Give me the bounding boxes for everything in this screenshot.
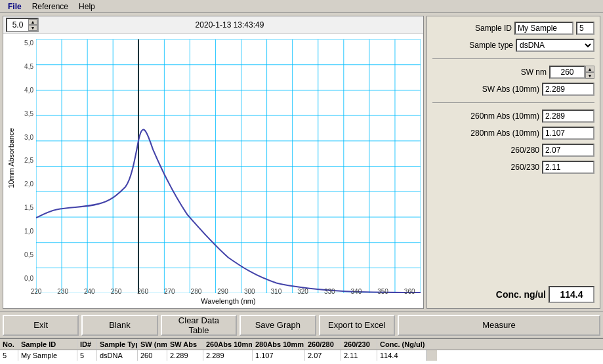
x-tick-260: 260 [137,288,148,295]
y-tick-15: 1,5 [18,204,33,211]
menu-help[interactable]: Help [73,2,100,11]
sw-nm-up[interactable]: ▲ [585,66,594,72]
y-tick-35: 3,5 [18,110,33,117]
sample-type-row: Sample type dsDNA ssDNA RNA [432,39,594,52]
cell-abs280-1: 1.107 [253,350,305,361]
table-row-1: 5 My Sample 5 dsDNA 260 2.289 2.289 1.10… [0,350,603,361]
scroll-spacer [426,339,437,350]
spinbox[interactable]: ▲ ▼ [6,18,39,32]
sw-nm-down[interactable]: ▼ [585,72,594,79]
x-axis-label: Wavelength (nm) [201,297,255,305]
sample-type-select[interactable]: dsDNA ssDNA RNA [516,39,594,52]
export-excel-button[interactable]: Export to Excel [319,315,395,336]
sample-id-input[interactable] [514,22,573,35]
right-panel: Sample ID Sample type dsDNA ssDNA RNA SW… [426,16,600,309]
spinbox-input[interactable] [7,20,28,30]
cell-id-1: 5 [77,350,97,361]
menu-bar: File Reference Help [0,0,603,13]
abs260-input[interactable] [542,110,594,123]
abs260-label: 260nm Abs (10mm) [470,111,539,121]
x-tick-340: 340 [351,288,362,295]
y-tick-10: 1,0 [18,228,33,235]
sample-type-label: Sample type [447,41,513,50]
col-header-no: No. [0,339,18,350]
ratio260230-label: 260/230 [474,163,539,172]
table-area: No. Sample ID ID# Sample Type SW (nm) SW… [0,338,603,364]
sw-nm-row: SW nm ▲ ▼ [432,66,594,79]
x-tick-220: 220 [31,288,42,295]
graph-header: ▲ ▼ 2020-1-13 13:43:49 [3,16,423,34]
menu-file[interactable]: File [3,2,27,11]
button-bar: Exit Blank Clear Data Table Save Graph E… [0,312,603,338]
exit-button[interactable]: Exit [3,315,79,336]
x-tick-320: 320 [297,288,308,295]
col-header-260230: 260/230 [341,339,377,350]
col-header-260280: 260/280 [305,339,341,350]
cell-sw-abs-1: 2.289 [167,350,203,361]
blank-button[interactable]: Blank [81,315,157,336]
col-header-conc: Conc. (Ng/ul) [377,339,426,350]
abs280-row: 280nm Abs (10mm) [432,127,594,140]
sw-nm-label: SW nm [481,68,547,77]
col-header-sample-id: Sample ID [18,339,77,350]
graph-area: 10mm Absorbance 5,0 4,5 4,0 3,5 3,0 2,5 … [3,34,423,308]
spinbox-up-arrow[interactable]: ▲ [28,19,37,25]
sample-id-num-input[interactable] [576,22,594,35]
y-axis-label: 10mm Absorbance [7,128,15,188]
cell-sample-id-1: My Sample [18,350,77,361]
y-tick-30: 3,0 [18,134,33,141]
sw-abs-label: SW Abs (10mm) [474,85,539,94]
y-tick-20: 2,0 [18,180,33,188]
menu-reference[interactable]: Reference [27,2,73,11]
cell-sample-type-1: dsDNA [97,350,138,361]
cell-260230-1: 2.11 [341,350,377,361]
graph-panel: ▲ ▼ 2020-1-13 13:43:49 10mm Absorbance 5… [3,16,424,309]
sample-id-row: Sample ID [432,22,594,35]
x-tick-300: 300 [244,288,255,295]
cell-sw-1: 260 [138,350,167,361]
x-tick-270: 270 [164,288,175,295]
x-tick-350: 350 [377,288,388,295]
divider-2 [432,102,594,103]
col-header-sample-type: Sample Type [97,339,138,350]
y-tick-25: 2,5 [18,157,33,164]
save-graph-button[interactable]: Save Graph [239,315,316,336]
x-tick-360: 360 [404,288,415,295]
sample-id-label: Sample ID [446,24,512,33]
y-tick-05: 0,5 [18,251,33,258]
y-tick-45: 4,5 [18,63,33,70]
sw-abs-input[interactable] [542,83,594,96]
cell-conc-1: 114.4 [377,350,426,361]
clear-data-button[interactable]: Clear Data Table [161,315,237,336]
scroll-fill [426,350,437,361]
sw-abs-row: SW Abs (10mm) [432,83,594,96]
sw-nm-input[interactable] [549,66,585,79]
graph-timestamp: 2020-1-13 13:43:49 [39,20,421,30]
col-header-abs280: 280Abs 10mm [253,339,305,350]
ratio260230-input[interactable] [542,161,594,174]
y-tick-00: 0,0 [18,275,33,282]
col-header-sw-abs: SW Abs [167,339,203,350]
abs260-row: 260nm Abs (10mm) [432,110,594,123]
conc-row: Conc. ng/ul [432,286,594,303]
ratio260230-row: 260/230 [432,161,594,174]
x-tick-290: 290 [217,288,228,295]
x-tick-230: 230 [57,288,68,295]
col-header-abs260: 260Abs 10mm [203,339,253,350]
ratio260280-input[interactable] [542,144,594,157]
measure-button[interactable]: Measure [398,315,600,336]
col-header-sw: SW (nm) [138,339,167,350]
conc-label: Conc. ng/ul [496,289,546,300]
col-header-id: ID# [77,339,97,350]
ratio260280-row: 260/280 [432,144,594,157]
x-tick-330: 330 [324,288,335,295]
y-tick-50: 5,0 [18,39,33,47]
main-area: ▲ ▼ 2020-1-13 13:43:49 10mm Absorbance 5… [0,13,603,312]
conc-input[interactable] [549,286,594,303]
x-tick-280: 280 [191,288,202,295]
spinbox-down-arrow[interactable]: ▼ [28,25,37,31]
abs280-input[interactable] [542,127,594,140]
cell-no-1: 5 [0,350,18,361]
x-tick-240: 240 [84,288,95,295]
cell-abs260-1: 2.289 [203,350,253,361]
